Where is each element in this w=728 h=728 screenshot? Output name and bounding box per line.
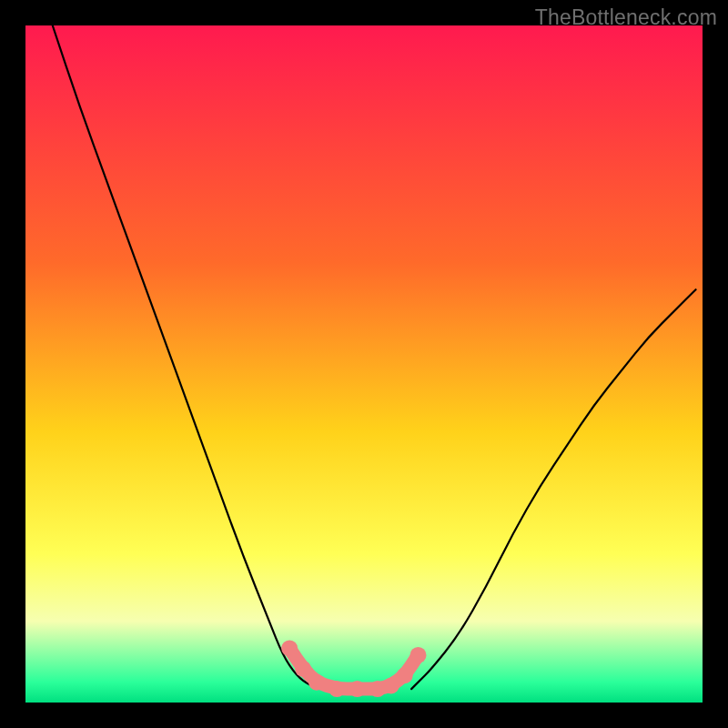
chart-svg <box>25 25 703 703</box>
marker-dot <box>383 677 399 693</box>
plot-area <box>25 25 703 703</box>
gradient-rect <box>25 25 703 703</box>
marker-dot <box>397 667 413 683</box>
marker-dot <box>349 681 366 697</box>
marker-dot <box>295 661 311 677</box>
marker-dot <box>329 681 345 697</box>
marker-dot <box>308 674 325 691</box>
marker-dot <box>281 640 298 656</box>
chart-frame: TheBottleneck.com <box>0 0 728 728</box>
marker-dot <box>410 647 427 663</box>
